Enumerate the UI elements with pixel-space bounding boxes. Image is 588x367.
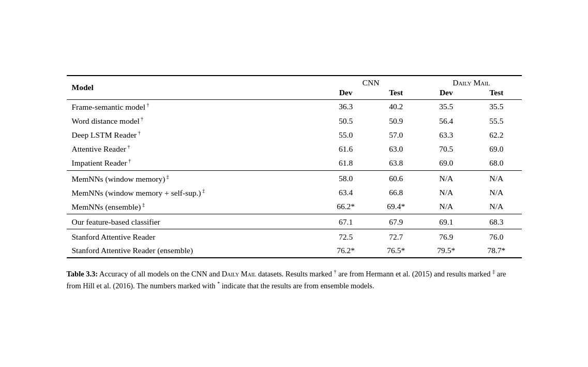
- cnn-group-header: CNN: [321, 76, 421, 87]
- cnn-dev-cell: 55.0: [321, 128, 371, 142]
- dm-dev-cell: 70.5: [421, 142, 471, 156]
- model-column-header: Model: [67, 76, 321, 100]
- model-name-cell: Stanford Attentive Reader: [67, 229, 321, 244]
- model-name-cell: MemNNs (window memory) ‡: [67, 170, 321, 186]
- superscript: †: [140, 116, 144, 122]
- cnn-test-header: Test: [371, 87, 421, 100]
- dm-test-cell: 68.0: [471, 156, 521, 170]
- cnn-test-cell: 72.7: [371, 229, 421, 244]
- cnn-test-cell: 50.9: [371, 114, 421, 128]
- superscript: ‡: [141, 202, 145, 208]
- cnn-test-cell: 69.4*: [371, 200, 421, 214]
- model-name-cell: Stanford Attentive Reader (ensemble): [67, 244, 321, 258]
- dm-test-cell: 62.2: [471, 128, 521, 142]
- results-table: Model CNN Daily Mail Dev Test Dev Test F…: [67, 75, 522, 258]
- table-row: Stanford Attentive Reader (ensemble)76.2…: [67, 244, 522, 258]
- cnn-test-cell: 60.6: [371, 170, 421, 186]
- cnn-dev-cell: 76.2*: [321, 244, 371, 258]
- dm-test-cell: N/A: [471, 186, 521, 200]
- cnn-test-cell: 63.0: [371, 142, 421, 156]
- model-name-cell: MemNNs (window memory + self-sup.) ‡: [67, 186, 321, 200]
- cnn-dev-cell: 61.8: [321, 156, 371, 170]
- cnn-dev-cell: 66.2*: [321, 200, 371, 214]
- caption-label: Table 3.3:: [67, 270, 98, 278]
- table-row: MemNNs (window memory + self-sup.) ‡63.4…: [67, 186, 522, 200]
- cnn-dev-cell: 58.0: [321, 170, 371, 186]
- dm-dev-cell: 35.5: [421, 99, 471, 114]
- dm-test-cell: 78.7*: [471, 244, 521, 258]
- table-row: Word distance model †50.550.956.455.5: [67, 114, 522, 128]
- table-row: MemNNs (window memory) ‡58.060.6N/AN/A: [67, 170, 522, 186]
- table-row: Stanford Attentive Reader72.572.776.976.…: [67, 229, 522, 244]
- dm-test-cell: 55.5: [471, 114, 521, 128]
- dm-dev-cell: 69.1: [421, 214, 471, 229]
- cnn-dev-cell: 36.3: [321, 99, 371, 114]
- model-name-cell: Attentive Reader †: [67, 142, 321, 156]
- dm-test-cell: N/A: [471, 200, 521, 214]
- table-caption: Table 3.3: Accuracy of all models on the…: [67, 268, 522, 292]
- cnn-test-cell: 67.9: [371, 214, 421, 229]
- superscript: †: [126, 144, 130, 150]
- dm-test-cell: 68.3: [471, 214, 521, 229]
- cnn-dev-cell: 61.6: [321, 142, 371, 156]
- model-name-cell: Word distance model †: [67, 114, 321, 128]
- superscript: †: [145, 102, 149, 108]
- dm-test-header: Test: [471, 87, 521, 100]
- cnn-dev-cell: 63.4: [321, 186, 371, 200]
- dm-dev-cell: N/A: [421, 200, 471, 214]
- superscript: †: [137, 130, 141, 136]
- dm-test-cell: 69.0: [471, 142, 521, 156]
- table-row: Impatient Reader †61.863.869.068.0: [67, 156, 522, 170]
- cnn-dev-cell: 72.5: [321, 229, 371, 244]
- table-row: Our feature-based classifier67.167.969.1…: [67, 214, 522, 229]
- model-name-cell: MemNNs (ensemble) ‡: [67, 200, 321, 214]
- table-row: Frame-semantic model †36.340.235.535.5: [67, 99, 522, 114]
- dm-dev-cell: 56.4: [421, 114, 471, 128]
- table-row: Attentive Reader †61.663.070.569.0: [67, 142, 522, 156]
- dm-test-cell: N/A: [471, 170, 521, 186]
- superscript: ‡: [201, 188, 205, 194]
- dm-dev-cell: 63.3: [421, 128, 471, 142]
- model-name-cell: Impatient Reader †: [67, 156, 321, 170]
- dm-dev-cell: N/A: [421, 170, 471, 186]
- superscript: ‡: [165, 174, 169, 180]
- model-name-cell: Our feature-based classifier: [67, 214, 321, 229]
- daily-mail-group-header: Daily Mail: [421, 76, 521, 87]
- cnn-test-cell: 63.8: [371, 156, 421, 170]
- dm-test-cell: 76.0: [471, 229, 521, 244]
- dm-dev-cell: 69.0: [421, 156, 471, 170]
- caption-text-1: Accuracy of all models on the CNN and Da…: [67, 270, 506, 290]
- cnn-dev-cell: 50.5: [321, 114, 371, 128]
- dm-dev-cell: N/A: [421, 186, 471, 200]
- superscript: †: [127, 158, 131, 164]
- dm-test-cell: 35.5: [471, 99, 521, 114]
- main-container: Model CNN Daily Mail Dev Test Dev Test F…: [62, 65, 527, 302]
- dm-dev-cell: 76.9: [421, 229, 471, 244]
- cnn-dev-cell: 67.1: [321, 214, 371, 229]
- cnn-test-cell: 66.8: [371, 186, 421, 200]
- dm-dev-header: Dev: [421, 87, 471, 100]
- table-row: Deep LSTM Reader †55.057.063.362.2: [67, 128, 522, 142]
- model-name-cell: Frame-semantic model †: [67, 99, 321, 114]
- cnn-test-cell: 57.0: [371, 128, 421, 142]
- cnn-test-cell: 40.2: [371, 99, 421, 114]
- cnn-test-cell: 76.5*: [371, 244, 421, 258]
- model-name-cell: Deep LSTM Reader †: [67, 128, 321, 142]
- dm-dev-cell: 79.5*: [421, 244, 471, 258]
- table-row: MemNNs (ensemble) ‡66.2*69.4*N/AN/A: [67, 200, 522, 214]
- cnn-dev-header: Dev: [321, 87, 371, 100]
